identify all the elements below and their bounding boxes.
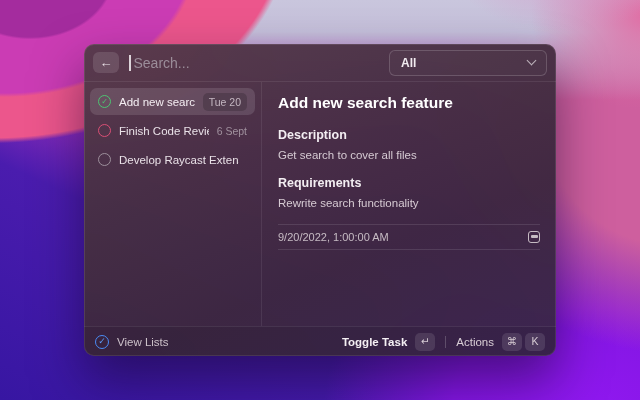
text-caret [129, 55, 131, 71]
toggle-task-button[interactable]: Toggle Task [342, 336, 407, 348]
task-row-finish-code-reviews[interactable]: Finish Code Reviews 6 Sept [90, 117, 255, 144]
task-detail-title: Add new search feature [278, 94, 540, 112]
footer-divider [445, 336, 446, 348]
section-heading-description: Description [278, 128, 540, 142]
actions-button[interactable]: Actions [456, 336, 494, 348]
command-keycap: ⌘ [502, 333, 522, 351]
task-label: Develop Raycast Extension [119, 154, 239, 166]
view-lists-label[interactable]: View Lists [117, 336, 169, 348]
task-done-circle-icon[interactable]: ✓ [98, 95, 111, 108]
return-keycap: ↵ [415, 333, 435, 351]
calendar-icon[interactable] [528, 231, 540, 243]
due-date-field[interactable]: 9/20/2022, 1:00:00 AM [278, 224, 540, 250]
task-due-date: 6 Sept [217, 125, 247, 137]
action-bar: ✓ View Lists Toggle Task ↵ Actions ⌘ K [84, 326, 556, 356]
search-input[interactable] [134, 55, 390, 71]
filter-dropdown[interactable]: All [389, 50, 547, 76]
task-row-add-new-search-feature[interactable]: ✓ Add new search feature Tue 20 [90, 88, 255, 115]
task-open-circle-icon[interactable] [98, 153, 111, 166]
back-button[interactable]: ← [93, 52, 119, 73]
k-keycap: K [525, 333, 545, 351]
chevron-down-icon [527, 56, 537, 66]
view-lists-check-icon: ✓ [95, 335, 109, 349]
task-label: Finish Code Reviews [119, 125, 209, 137]
task-detail-panel: Add new search feature Description Get s… [262, 82, 556, 326]
task-due-badge: Tue 20 [203, 93, 247, 111]
task-row-develop-raycast-extension[interactable]: Develop Raycast Extension [90, 146, 255, 173]
filter-dropdown-value: All [401, 56, 416, 70]
section-heading-requirements: Requirements [278, 176, 540, 190]
actions-shortcut: ⌘ K [502, 333, 545, 351]
search-header: ← All [84, 44, 556, 82]
due-date-value: 9/20/2022, 1:00:00 AM [278, 231, 389, 243]
raycast-window: ← All ✓ Add new search feature Tue 20 Fi… [84, 44, 556, 356]
window-body: ✓ Add new search feature Tue 20 Finish C… [84, 82, 556, 326]
task-list: ✓ Add new search feature Tue 20 Finish C… [84, 82, 262, 326]
task-open-circle-icon[interactable] [98, 124, 111, 137]
check-icon: ✓ [101, 98, 108, 106]
section-body-description: Get search to cover all files [278, 149, 540, 161]
section-body-requirements: Rewrite search functionality [278, 197, 540, 209]
task-label: Add new search feature [119, 96, 195, 108]
back-arrow-icon: ← [100, 55, 113, 70]
